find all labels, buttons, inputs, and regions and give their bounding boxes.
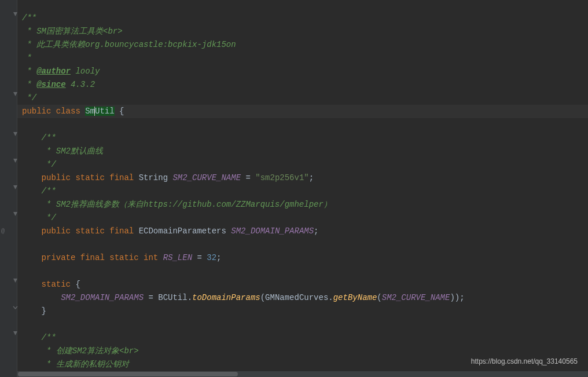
watermark: https://blog.csdn.net/qq_33140565: [471, 355, 578, 368]
code-line[interactable]: [17, 318, 588, 331]
fold-icon[interactable]: [13, 91, 18, 97]
code-line[interactable]: public static final ECDomainParameters S…: [17, 225, 588, 238]
scrollbar-thumb[interactable]: [18, 372, 238, 376]
code-line[interactable]: * @since 4.3.2: [17, 78, 588, 91]
code-line[interactable]: public static final String SM2_CURVE_NAM…: [17, 171, 588, 185]
fold-icon[interactable]: [13, 185, 18, 190]
code-line[interactable]: /**: [17, 12, 588, 25]
code-line[interactable]: private final static int RS_LEN = 32;: [17, 251, 588, 265]
at-indicator: @: [1, 225, 5, 238]
code-line[interactable]: * SM2默认曲线: [17, 145, 588, 158]
fold-icon[interactable]: [13, 158, 18, 163]
code-line[interactable]: /**: [17, 185, 588, 198]
code-line[interactable]: [17, 238, 588, 251]
fold-icon[interactable]: [13, 278, 18, 283]
horizontal-scrollbar[interactable]: [17, 371, 588, 377]
code-line[interactable]: [17, 265, 588, 278]
fold-icon[interactable]: [13, 331, 18, 336]
fold-close-icon[interactable]: [13, 304, 18, 309]
code-line[interactable]: static {: [17, 278, 588, 291]
code-line[interactable]: */: [17, 158, 588, 171]
code-line[interactable]: [17, 118, 588, 131]
code-line[interactable]: }: [17, 305, 588, 318]
code-line[interactable]: * 此工具类依赖org.bouncycastle:bcpkix-jdk15on: [17, 38, 588, 52]
fold-icon[interactable]: [13, 211, 18, 217]
fold-icon[interactable]: [13, 12, 18, 17]
code-line-active[interactable]: public class SmUtil {: [17, 105, 588, 118]
fold-icon[interactable]: [13, 131, 18, 137]
code-line[interactable]: */: [17, 211, 588, 225]
code-line[interactable]: */: [17, 91, 588, 105]
code-line[interactable]: /**: [17, 131, 588, 145]
code-line[interactable]: * SM2推荐曲线参数（来自https://github.com/ZZMarqu…: [17, 198, 588, 211]
code-line[interactable]: /**: [17, 331, 588, 345]
code-line[interactable]: * SM国密算法工具类<br>: [17, 25, 588, 38]
code-line[interactable]: SM2_DOMAIN_PARAMS = BCUtil.toDomainParam…: [17, 291, 588, 305]
code-line[interactable]: * @author looly: [17, 65, 588, 78]
gutter: @: [0, 0, 17, 377]
code-line[interactable]: *: [17, 52, 588, 65]
code-editor[interactable]: @ /** * SM国密算法工具类<br> * 此工具类依赖org.bouncy…: [0, 0, 588, 377]
